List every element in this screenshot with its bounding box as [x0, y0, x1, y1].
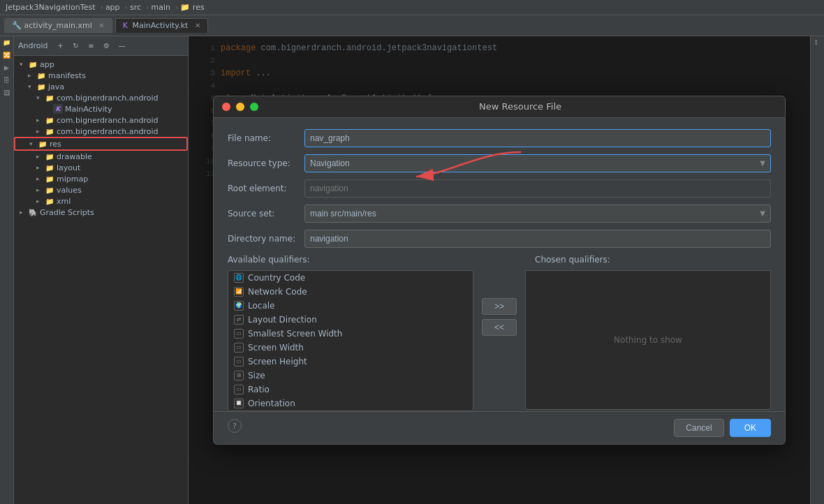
- expand-xml-arrow: ▸: [36, 198, 45, 205]
- maximize-button[interactable]: [250, 103, 258, 111]
- main-segment: main: [151, 3, 170, 12]
- commit-icon[interactable]: 🔀: [1, 52, 13, 63]
- locale-icon: 🌍: [234, 301, 244, 311]
- qualifier-layout-direction[interactable]: ⇄ Layout Direction: [228, 313, 473, 327]
- qualifiers-body: 🌐 Country Code 📶 Network Code 🌍 Locale: [228, 270, 771, 411]
- directory-name-label: Directory name:: [228, 234, 304, 244]
- db-browser-icon[interactable]: 🗄: [1, 77, 13, 88]
- dialog-footer: ? Cancel OK: [214, 411, 785, 444]
- root-element-input[interactable]: [304, 179, 771, 198]
- help-button[interactable]: ?: [228, 419, 242, 433]
- tab-activity-main-xml[interactable]: 🔧 activity_main.xml ✕: [4, 18, 112, 33]
- expand-com-test1-arrow: ▸: [36, 117, 45, 124]
- modal-overlay: New Resource File File name: Resource ty…: [189, 36, 810, 504]
- expand-gradle-arrow: ▸: [20, 209, 28, 216]
- toolbar: 🔧 activity_main.xml ✕ K MainActivity.kt …: [0, 15, 824, 36]
- file-name-label: File name:: [228, 133, 304, 143]
- expand-app-arrow: ▾: [20, 61, 28, 68]
- qualifier-ratio[interactable]: ▭ Ratio: [228, 383, 473, 396]
- manifests-folder-icon: 📁: [36, 71, 46, 80]
- tree-item-xml[interactable]: ▸ 📁 xml: [14, 195, 188, 207]
- ok-button[interactable]: OK: [730, 419, 771, 437]
- tab-main-activity-kt[interactable]: K MainActivity.kt ✕: [115, 18, 209, 33]
- directory-name-input[interactable]: [304, 230, 771, 248]
- expand-layout-arrow: ▸: [36, 164, 45, 171]
- tree-item-java[interactable]: ▾ 📁 java: [14, 81, 188, 92]
- collapse-button[interactable]: —: [117, 40, 128, 52]
- settings-button[interactable]: ⚙: [101, 40, 112, 52]
- qualifier-size[interactable]: ⊞ Size: [228, 369, 473, 383]
- expand-res-arrow: ▾: [29, 140, 38, 147]
- add-button[interactable]: +: [55, 40, 66, 52]
- qualifier-country-code[interactable]: 🌐 Country Code: [228, 271, 473, 285]
- tree-item-mainactivity[interactable]: K MainActivity: [14, 103, 188, 114]
- screen-width-icon: ▭: [234, 343, 244, 353]
- code-content-area: 1 package com.bignerdranch.android.jetpa…: [189, 36, 810, 504]
- sidebar-toolbar: Android + ↻ ≡ ⚙ —: [14, 36, 188, 56]
- resource-manager-icon[interactable]: 🖼: [1, 89, 13, 101]
- layout-folder-icon: 📁: [45, 163, 54, 172]
- run-icon[interactable]: ▶: [1, 64, 13, 75]
- ratio-icon: ▭: [234, 385, 244, 394]
- tree-item-com-main[interactable]: ▾ 📁 com.bignerdranch.android: [14, 92, 188, 103]
- android-label: Android: [18, 41, 48, 50]
- source-set-select[interactable]: main src/main/res: [304, 205, 771, 223]
- file-name-input[interactable]: [304, 129, 771, 147]
- qualifier-network-code[interactable]: 📶 Network Code: [228, 285, 473, 299]
- sync-button[interactable]: ↻: [71, 40, 82, 52]
- tree-item-gradle[interactable]: ▸ 🐘 Gradle Scripts: [14, 207, 188, 218]
- sidebar: Android + ↻ ≡ ⚙ — ▾ 📁 app ▸ 📁 manifests: [14, 36, 189, 504]
- remove-qualifier-button[interactable]: <<: [482, 319, 517, 336]
- available-qualifiers-list: 🌐 Country Code 📶 Network Code 🌍 Locale: [228, 270, 473, 411]
- tree-item-layout[interactable]: ▸ 📁 layout: [14, 162, 188, 173]
- expand-mipmap-arrow: ▸: [36, 175, 45, 182]
- qualifiers-section: Available qualifiers: Chosen qualifiers:…: [228, 255, 771, 411]
- qualifier-buttons: >> <<: [482, 270, 517, 336]
- com-test1-folder-icon: 📁: [45, 115, 54, 125]
- sort-button[interactable]: ≡: [86, 40, 97, 52]
- tree-item-app[interactable]: ▾ 📁 app: [14, 59, 188, 70]
- res-segment: 📁 res: [180, 3, 207, 12]
- expand-com-main-arrow: ▾: [36, 94, 45, 101]
- right-tabs: ↕: [810, 36, 824, 504]
- tree-item-values[interactable]: ▸ 📁 values: [14, 184, 188, 195]
- cancel-button[interactable]: Cancel: [674, 419, 723, 437]
- tree-item-manifests[interactable]: ▸ 📁 manifests: [14, 70, 188, 81]
- resource-type-dropdown-wrapper: Navigation Layout Drawable Values Menu ▼: [304, 154, 771, 172]
- src-segment: src: [130, 3, 141, 12]
- directory-name-row: Directory name:: [228, 230, 771, 248]
- tree-item-mipmap[interactable]: ▸ 📁 mipmap: [14, 173, 188, 184]
- close-button[interactable]: [222, 103, 230, 111]
- com-main-folder-icon: 📁: [45, 93, 54, 103]
- com-test2-folder-icon: 📁: [45, 126, 54, 136]
- tree-item-res[interactable]: ▾ 📁 res: [14, 137, 188, 151]
- tree-item-drawable[interactable]: ▸ 📁 drawable: [14, 151, 188, 162]
- file-name-row: File name:: [228, 129, 771, 147]
- minimize-button[interactable]: [236, 103, 244, 111]
- tree-item-com-test1[interactable]: ▸ 📁 com.bignerdranch.android: [14, 114, 188, 126]
- tree-item-com-test2[interactable]: ▸ 📁 com.bignerdranch.android: [14, 126, 188, 137]
- expand-java-arrow: ▾: [28, 83, 36, 90]
- mipmap-folder-icon: 📁: [45, 174, 54, 184]
- project-tree: ▾ 📁 app ▸ 📁 manifests ▾ 📁 java ▾: [14, 56, 188, 504]
- app-segment: app: [105, 3, 120, 12]
- add-qualifier-button[interactable]: >>: [482, 298, 517, 315]
- values-folder-icon: 📁: [45, 185, 54, 195]
- qualifier-smallest-screen-width[interactable]: ▭ Smallest Screen Width: [228, 327, 473, 341]
- qualifier-orientation[interactable]: 🔲 Orientation: [228, 396, 473, 410]
- gradle-icon: 🐘: [28, 207, 38, 217]
- qualifier-locale[interactable]: 🌍 Locale: [228, 299, 473, 313]
- right-tab-1[interactable]: ↕: [811, 39, 822, 50]
- country-code-icon: 🌐: [234, 273, 244, 283]
- root-element-label: Root element:: [228, 184, 304, 193]
- expand-values-arrow: ▸: [36, 186, 45, 193]
- resource-type-select[interactable]: Navigation Layout Drawable Values Menu: [304, 154, 771, 172]
- left-icon-bar: 📁 🔀 ▶ 🗄 🖼: [0, 36, 14, 504]
- orientation-icon: 🔲: [234, 399, 244, 408]
- qualifier-screen-width[interactable]: ▭ Screen Width: [228, 341, 473, 355]
- project-icon[interactable]: 📁: [1, 39, 13, 50]
- dialog-titlebar: New Resource File: [214, 96, 785, 118]
- qualifier-screen-height[interactable]: ▭ Screen Height: [228, 355, 473, 369]
- expand-drawable-arrow: ▸: [36, 153, 45, 160]
- resource-type-row: Resource type: Navigation Layout Drawabl…: [228, 154, 771, 172]
